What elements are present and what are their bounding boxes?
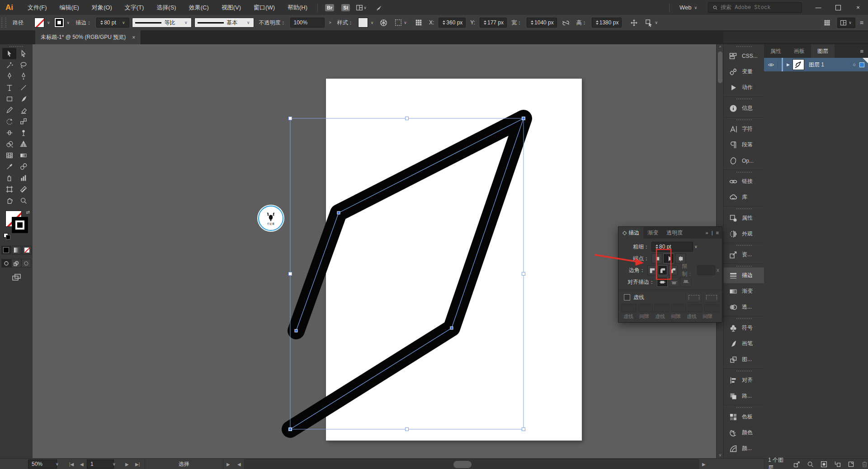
eraser-tool[interactable]: [16, 104, 30, 116]
arrange-documents-button[interactable]: ∨: [354, 2, 373, 13]
dock-item-gradient[interactable]: 渐变: [724, 283, 764, 299]
dock-item-align[interactable]: 对齐: [724, 372, 764, 388]
default-fill-stroke-button[interactable]: [4, 233, 10, 239]
dock-item-properties[interactable]: 属性: [724, 210, 764, 226]
stroke-panel-menu-icon[interactable]: ≡: [716, 230, 719, 235]
menu-file[interactable]: 文件(F): [21, 0, 53, 15]
control-panel-menu[interactable]: ≡: [860, 19, 863, 26]
slice-tool[interactable]: [16, 183, 30, 195]
collect-for-export-button[interactable]: [793, 460, 801, 468]
menu-edit[interactable]: 编辑(E): [53, 0, 85, 15]
puppet-warp-tool[interactable]: [16, 127, 30, 138]
tab-artboards[interactable]: 画板: [788, 44, 811, 58]
workspace-switcher[interactable]: Web: [679, 4, 692, 11]
scroll-down-arrow[interactable]: v: [717, 452, 724, 458]
dock-item-links[interactable]: 链接: [724, 174, 764, 189]
dock-item-opentype[interactable]: Op...: [724, 153, 764, 169]
scrollbar-thumb[interactable]: [453, 461, 472, 468]
scroll-left-arrow[interactable]: ◀: [235, 459, 243, 469]
menu-window[interactable]: 窗口(W): [247, 0, 281, 15]
bridge-button[interactable]: Br: [325, 4, 334, 11]
bevel-join-button[interactable]: [668, 265, 678, 275]
transform-button[interactable]: [628, 17, 640, 28]
opacity-label[interactable]: 不透明度：: [259, 19, 286, 27]
pencil-tool[interactable]: [2, 104, 16, 116]
shape-builder-tool[interactable]: [2, 138, 16, 150]
stroke-weight-field[interactable]: 80 pt∨: [96, 18, 129, 28]
dock-item-pathfinder[interactable]: 路...: [724, 388, 764, 404]
dock-item-character[interactable]: 字符: [724, 121, 764, 137]
dashed-line-checkbox[interactable]: [624, 294, 630, 300]
status-menu-arrow[interactable]: ▶: [224, 459, 232, 469]
align-center-button[interactable]: [657, 277, 668, 287]
dock-item-stroke[interactable]: 描边: [724, 267, 764, 283]
menu-type[interactable]: 文字(T): [118, 0, 151, 15]
minimize-button[interactable]: —: [808, 0, 828, 15]
stepper[interactable]: [100, 20, 103, 25]
dock-item-transparency[interactable]: 透...: [724, 299, 764, 315]
document-arrangement-button[interactable]: [821, 17, 833, 28]
miter-join-button[interactable]: [647, 265, 657, 275]
stroke-color-dropdown[interactable]: ∨: [54, 18, 71, 28]
dock-item-appearance[interactable]: 外观: [724, 226, 764, 242]
blend-tool[interactable]: [16, 161, 30, 172]
stroke-weight-label[interactable]: 描边：: [75, 19, 92, 27]
artboard-number-field[interactable]: 1: [87, 460, 114, 469]
share-rocket-button[interactable]: [373, 2, 385, 13]
fill-color-dropdown[interactable]: ∨: [34, 18, 52, 28]
gradient-button[interactable]: [12, 246, 21, 254]
dock-item-libraries[interactable]: 库: [724, 189, 764, 205]
recolor-artwork-button[interactable]: [377, 17, 390, 28]
tab-properties[interactable]: 属性: [764, 44, 788, 58]
selection-tool[interactable]: [2, 48, 16, 59]
tab-gradient[interactable]: 渐变: [643, 227, 662, 239]
none-button[interactable]: [22, 246, 32, 254]
round-join-button[interactable]: [658, 265, 667, 275]
type-tool[interactable]: [2, 82, 16, 93]
stepper[interactable]: [656, 244, 658, 249]
zoom-tool[interactable]: [16, 195, 30, 206]
artwork-path[interactable]: [290, 118, 524, 429]
artboard-tool[interactable]: [2, 183, 16, 195]
document-tab[interactable]: 未标题-1* @ 50% (RGB/GPU 预览) ×: [35, 30, 141, 44]
dock-item-css[interactable]: CSS...: [724, 48, 764, 64]
width-profile-dropdown[interactable]: 等比∨: [132, 18, 192, 28]
style-dropdown[interactable]: ∨: [358, 18, 375, 28]
stroke-swatch-black[interactable]: [12, 217, 28, 233]
tab-close-icon[interactable]: ×: [132, 34, 135, 41]
perspective-grid-tool[interactable]: [16, 138, 30, 150]
menu-effect[interactable]: 效果(C): [183, 0, 215, 15]
dock-item-info[interactable]: 信息: [724, 100, 764, 116]
color-button[interactable]: [1, 246, 11, 254]
scale-tool[interactable]: [16, 116, 30, 127]
layer-row[interactable]: ▶ 图层 1 ○: [764, 58, 868, 71]
x-field[interactable]: 360 px: [439, 18, 466, 28]
bounding-box-options-button[interactable]: ∨: [392, 17, 410, 28]
direct-selection-tool[interactable]: [16, 48, 30, 59]
dock-item-color-guide[interactable]: 颜...: [724, 441, 764, 456]
zoom-level-field[interactable]: 50%: [28, 460, 57, 469]
opacity-field[interactable]: 100%: [290, 18, 325, 28]
opacity-more-button[interactable]: >: [327, 20, 332, 25]
swap-fill-stroke-button[interactable]: ⇄: [26, 210, 30, 215]
stock-search-input[interactable]: 搜索 Adobe Stock: [708, 2, 802, 13]
panel-collapse-button[interactable]: »: [764, 32, 868, 43]
dock-item-paragraph[interactable]: 段落: [724, 137, 764, 153]
rectangle-tool[interactable]: [2, 93, 16, 104]
gradient-tool[interactable]: [16, 150, 30, 161]
menu-help[interactable]: 帮助(H): [281, 0, 314, 15]
dock-item-asset-export[interactable]: 资...: [724, 247, 764, 263]
layer-thumbnail[interactable]: [793, 59, 804, 70]
stepper[interactable]: [443, 20, 445, 25]
y-field[interactable]: 177 px: [480, 18, 507, 28]
magic-wand-tool[interactable]: [2, 59, 16, 70]
round-cap-button[interactable]: [663, 253, 674, 263]
last-artboard-button[interactable]: ▶|: [133, 459, 142, 469]
next-artboard-button[interactable]: ▶: [123, 459, 131, 469]
rotate-tool[interactable]: [2, 116, 16, 127]
close-button[interactable]: ×: [848, 0, 868, 15]
layer-visibility-toggle[interactable]: [764, 61, 778, 69]
weight-dropdown-chevron[interactable]: ∨: [693, 244, 699, 249]
projecting-cap-button[interactable]: [675, 253, 686, 263]
workspace-layout-button[interactable]: ∨: [837, 18, 855, 28]
